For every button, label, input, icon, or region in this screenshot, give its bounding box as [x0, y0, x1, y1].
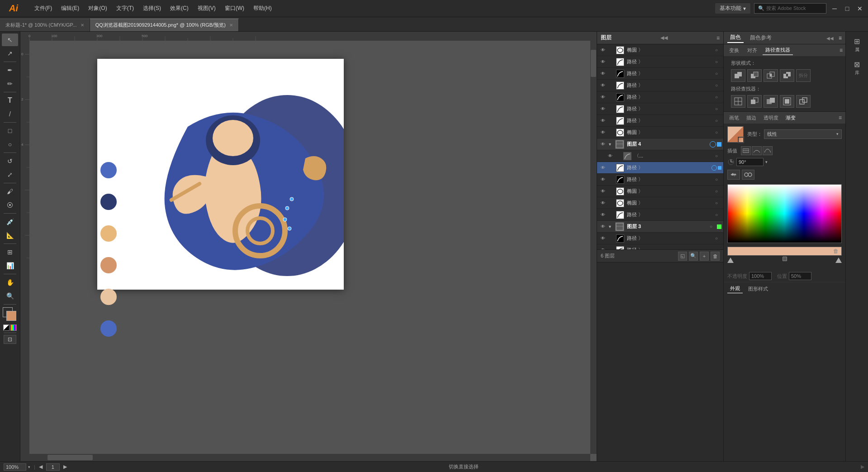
- layer-visibility[interactable]: 👁: [599, 129, 607, 137]
- layer-visibility[interactable]: 👁: [599, 199, 607, 207]
- layer-item[interactable]: 👁 路径 〉 ○: [597, 56, 723, 68]
- view-mode-btn[interactable]: ⊡: [4, 335, 16, 344]
- gradient-swatch-2[interactable]: [738, 137, 744, 143]
- tab-stroke[interactable]: 描边: [745, 114, 758, 122]
- gradient-stop-right[interactable]: [835, 257, 842, 263]
- color-mode-btn[interactable]: [10, 324, 17, 331]
- interp-btn-2[interactable]: [752, 146, 762, 155]
- window-minimize[interactable]: ─: [830, 4, 839, 13]
- menu-view[interactable]: 视图(V): [194, 3, 219, 14]
- window-maximize[interactable]: □: [843, 4, 852, 13]
- gradient-stop-left[interactable]: [727, 257, 734, 263]
- tool-measure[interactable]: 📐: [2, 229, 18, 242]
- expand-btn[interactable]: 拆分: [796, 69, 811, 82]
- tab-cmyk[interactable]: 未标题-1* @ 100% (CMYK/GP... ✕: [0, 19, 90, 31]
- layers-make-clipping[interactable]: ◱: [678, 252, 687, 261]
- pathfinder-panel-menu[interactable]: ≡: [840, 47, 843, 53]
- gradient-location-input[interactable]: [789, 272, 811, 280]
- menu-help[interactable]: 帮助(H): [250, 3, 275, 14]
- properties-panel-btn[interactable]: ⊞ 属: [848, 35, 866, 55]
- layer-visibility[interactable]: 👁: [599, 164, 607, 172]
- tool-direct-select[interactable]: ↗: [2, 47, 18, 60]
- tool-scale[interactable]: ⤢: [2, 168, 18, 181]
- tool-pencil[interactable]: ✏: [2, 77, 18, 90]
- layer-visibility[interactable]: 👁: [599, 176, 607, 184]
- layer-item[interactable]: 👁 路径 〉 ○: [597, 91, 723, 103]
- layer-item[interactable]: 👁 路径 〉 ○: [597, 244, 723, 249]
- vertical-scrollbar[interactable]: [590, 32, 597, 454]
- zoom-dropdown[interactable]: ▾: [28, 465, 30, 469]
- tool-artboard[interactable]: ⊞: [2, 246, 18, 258]
- gradient-angle-input[interactable]: [736, 158, 764, 166]
- layer-item[interactable]: 👁 路径 〉 ○: [597, 115, 723, 127]
- tool-type[interactable]: T: [2, 94, 18, 107]
- layer-group-4[interactable]: 👁 ▼ 图层 4: [597, 138, 723, 150]
- layer-item[interactable]: 👁 椭圆 〉 ○: [597, 197, 723, 209]
- menu-file[interactable]: 文件(F): [31, 3, 56, 14]
- layers-add[interactable]: +: [700, 252, 709, 261]
- tab-appearance[interactable]: 外观: [727, 284, 743, 293]
- gradient-link-btn[interactable]: [742, 170, 754, 180]
- gradient-opacity-input[interactable]: [749, 272, 772, 280]
- layers-collapse-left[interactable]: ◀◀: [660, 35, 668, 41]
- unite-btn[interactable]: [731, 69, 745, 82]
- interp-btn-3[interactable]: [763, 146, 773, 155]
- horizontal-scrollbar[interactable]: [20, 454, 590, 461]
- layers-delete[interactable]: 🗑: [711, 252, 720, 261]
- layer-item[interactable]: 👁 路径 〉 ○: [597, 209, 723, 221]
- delete-stop-button[interactable]: 🗑: [832, 248, 840, 255]
- merge-btn[interactable]: [764, 95, 778, 108]
- layer-expand-arrow[interactable]: ▼: [608, 142, 614, 147]
- tab-transform[interactable]: 变换: [726, 46, 742, 55]
- canvas-area[interactable]: 0 100 300 500: [20, 32, 597, 461]
- layers-search[interactable]: 🔍: [689, 252, 698, 261]
- fill-swatch[interactable]: [6, 311, 16, 321]
- layer-visibility[interactable]: 👁: [599, 234, 607, 243]
- menu-text[interactable]: 文字(T): [113, 3, 138, 14]
- tool-zoom[interactable]: 🔍: [2, 290, 18, 302]
- tool-ellipse[interactable]: ○: [2, 138, 18, 151]
- trim-btn[interactable]: [747, 95, 762, 108]
- tool-select[interactable]: ↖: [2, 33, 18, 46]
- gradient-midpoint[interactable]: [783, 257, 787, 261]
- menu-effect[interactable]: 效果(C): [166, 3, 192, 14]
- layer-item-active[interactable]: 👁 路径 〉: [597, 162, 723, 174]
- layer-item[interactable]: 👁 路径 〉 ○: [597, 80, 723, 91]
- layer-item[interactable]: 👁 路径 〉 ○: [597, 174, 723, 186]
- menu-edit[interactable]: 编辑(E): [57, 3, 83, 14]
- tab-align[interactable]: 对齐: [745, 46, 760, 55]
- color-collapse-left[interactable]: ◀◀: [825, 36, 835, 41]
- tool-eyedropper[interactable]: 💉: [2, 215, 18, 228]
- layer-visibility[interactable]: 👁: [599, 46, 607, 54]
- layer-visibility[interactable]: 👁: [599, 223, 607, 231]
- layer-item[interactable]: 👁 〈... ○: [597, 150, 723, 162]
- tab-transparency[interactable]: 透明度: [762, 114, 780, 122]
- tool-graph[interactable]: 📊: [2, 259, 18, 272]
- color-panel-menu[interactable]: ≡: [839, 35, 842, 41]
- exclude-btn[interactable]: [780, 69, 794, 82]
- layer-item[interactable]: 👁 路径 〉 ○: [597, 233, 723, 244]
- gradient-reverse-btn[interactable]: [727, 170, 740, 180]
- layer-circle-btn[interactable]: [710, 141, 716, 148]
- crop-btn[interactable]: [780, 95, 794, 108]
- interp-btn-1[interactable]: [741, 146, 751, 155]
- layer-visibility[interactable]: 👁: [599, 93, 607, 101]
- tab-color-reference[interactable]: 颜色参考: [747, 33, 774, 43]
- layer-visibility[interactable]: 👁: [599, 117, 607, 125]
- tab-rgb-close[interactable]: ✕: [229, 23, 233, 28]
- library-panel-btn[interactable]: ⊠ 库: [848, 58, 866, 78]
- layer-group-3[interactable]: 👁 ▼ 图层 3 ○: [597, 221, 723, 233]
- tool-rotate[interactable]: ↺: [2, 155, 18, 167]
- tab-pathfinder[interactable]: 路径查找器: [763, 46, 793, 55]
- layer-visibility[interactable]: 👁: [599, 187, 607, 195]
- tool-rectangle[interactable]: □: [2, 124, 18, 137]
- layer-visibility[interactable]: 👁: [599, 211, 607, 219]
- adobe-stock-search[interactable]: 🔍 搜索 Adobe Stock: [754, 3, 826, 14]
- artboard-input[interactable]: [46, 463, 60, 471]
- workspace-selector[interactable]: 基本功能 ▾: [715, 3, 750, 14]
- layer-visibility[interactable]: 👁: [599, 246, 607, 250]
- color-spectrum[interactable]: [727, 184, 842, 243]
- gradient-preview-swatch[interactable]: [727, 126, 744, 143]
- intersect-btn[interactable]: [764, 69, 778, 82]
- tool-paintbrush[interactable]: 🖌: [2, 185, 18, 198]
